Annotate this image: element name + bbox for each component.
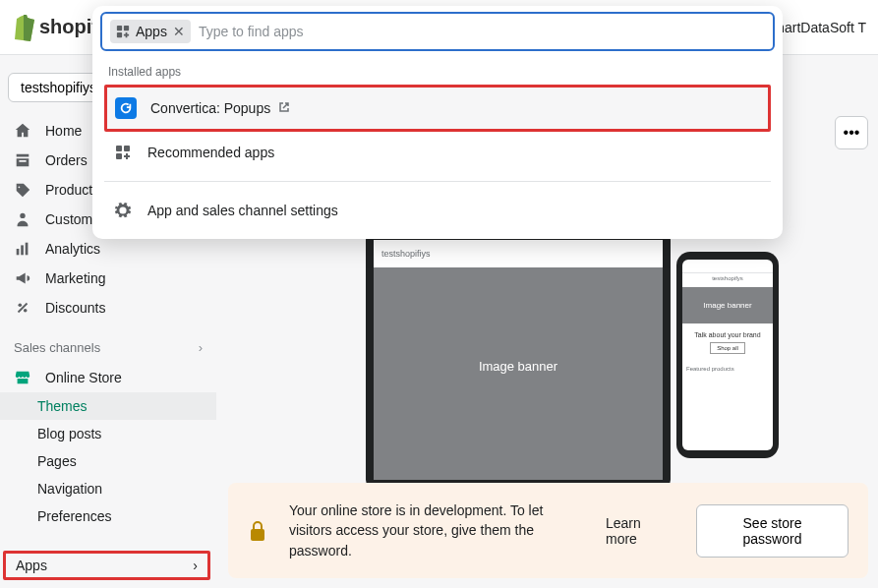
sales-channels-label: Sales channels (14, 340, 100, 355)
svg-rect-6 (251, 529, 264, 541)
sidebar-item-label: Home (45, 123, 82, 139)
phone-featured-label: Featured products (682, 362, 773, 376)
apps-grid-icon (112, 142, 134, 163)
sidebar-item-apps[interactable]: Apps› (3, 551, 210, 580)
gear-icon (112, 200, 134, 221)
svg-rect-12 (116, 153, 122, 159)
sidebar-subitem-blog[interactable]: Blog posts (0, 420, 216, 447)
divider (104, 181, 771, 182)
svg-point-0 (20, 213, 25, 218)
recommended-apps-item[interactable]: Recommended apps (104, 132, 771, 173)
sidebar-item-discounts[interactable]: Discounts (0, 293, 216, 323)
analytics-icon (14, 240, 31, 258)
learn-more-link[interactable]: Learn more (606, 515, 674, 547)
svg-rect-1 (17, 249, 20, 255)
app-name: Convertica: Popups (150, 100, 270, 116)
sidebar-item-label: Discounts (45, 300, 105, 316)
chevron-right-icon: › (193, 558, 198, 573)
products-icon (14, 181, 31, 199)
svg-rect-11 (124, 146, 130, 151)
apps-search-input[interactable] (199, 24, 765, 39)
apps-label: Apps (16, 558, 47, 573)
svg-rect-10 (116, 146, 122, 151)
phone-banner-text: Image banner (682, 287, 773, 323)
discounts-icon (14, 299, 31, 317)
phone-shop-button: Shop all (710, 342, 745, 354)
app-settings-label: App and sales channel settings (147, 203, 338, 218)
chip-label: Apps (136, 24, 167, 39)
sidebar-item-label: Analytics (45, 241, 100, 257)
apps-search-field[interactable]: Apps ✕ (100, 12, 775, 51)
app-settings-item[interactable]: App and sales channel settings (104, 190, 771, 231)
customers-icon (14, 210, 31, 228)
development-banner: Your online store is in development. To … (228, 483, 868, 578)
svg-rect-3 (26, 243, 29, 256)
svg-point-4 (19, 304, 23, 308)
sidebar-item-label: Orders (45, 152, 88, 168)
convertica-app-icon (115, 97, 137, 119)
store-icon (14, 369, 31, 386)
sidebar-subitem-pages[interactable]: Pages (0, 447, 216, 475)
preview-banner-text: Image banner (479, 359, 557, 374)
sidebar-item-label: Products (45, 182, 99, 198)
see-store-password-button[interactable]: See store password (696, 504, 849, 558)
sidebar-subitem-preferences[interactable]: Preferences (0, 502, 216, 530)
installed-apps-label: Installed apps (104, 61, 771, 85)
installed-app-convertica[interactable]: Convertica: Popups (104, 85, 771, 132)
marketing-icon (14, 269, 31, 287)
orders-icon (14, 151, 31, 169)
mobile-preview: testshopifys Image banner Talk about you… (676, 252, 779, 458)
sidebar-subitem-themes[interactable]: Themes (0, 392, 216, 420)
clear-chip-icon[interactable]: ✕ (173, 25, 185, 38)
home-icon (14, 122, 31, 140)
sidebar-item-label: Online Store (45, 370, 122, 385)
sidebar-item-online-store[interactable]: Online Store (0, 363, 216, 392)
svg-point-5 (24, 309, 28, 313)
chevron-right-icon: › (199, 340, 203, 355)
lock-icon (248, 519, 267, 543)
sidebar-item-marketing[interactable]: Marketing (0, 264, 216, 293)
phone-store-title: testshopifys (682, 273, 773, 283)
apps-grid-icon (116, 25, 130, 38)
apps-search-popover: Apps ✕ Installed apps Convertica: Popups… (92, 6, 783, 239)
sales-channels-header[interactable]: Sales channels› (0, 332, 216, 363)
sidebar-subitem-navigation[interactable]: Navigation (0, 475, 216, 502)
svg-rect-2 (21, 245, 24, 255)
recommended-apps-label: Recommended apps (147, 145, 274, 160)
svg-rect-9 (117, 32, 122, 37)
shopify-bag-icon (12, 14, 35, 41)
dots-icon: ••• (844, 124, 860, 142)
more-actions-button[interactable]: ••• (835, 116, 868, 149)
apps-filter-chip[interactable]: Apps ✕ (110, 20, 191, 43)
svg-rect-8 (124, 26, 129, 30)
desktop-preview: testshopifiys Image banner (366, 232, 671, 488)
svg-rect-7 (117, 26, 122, 30)
external-link-icon (278, 100, 290, 116)
preview-store-title: testshopifiys (374, 240, 663, 267)
sidebar-item-label: Marketing (45, 270, 105, 286)
dev-banner-message: Your online store is in development. To … (289, 500, 584, 560)
phone-talk-text: Talk about your brand (688, 331, 767, 338)
